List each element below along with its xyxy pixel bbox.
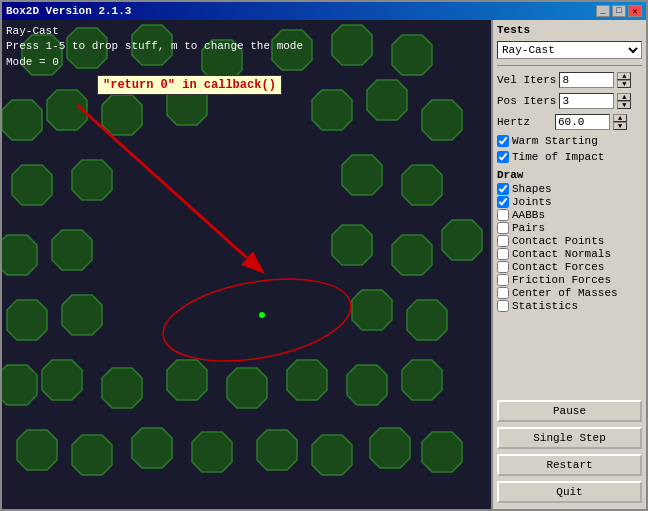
svg-marker-33 [287, 360, 327, 400]
svg-marker-25 [62, 295, 102, 335]
time-of-impact-row: Time of Impact [497, 151, 642, 163]
svg-marker-26 [352, 290, 392, 330]
canvas-area[interactable]: Ray-Cast Press 1-5 to drop stuff, m to c… [2, 20, 491, 509]
title-bar-buttons: _ □ ✕ [596, 5, 642, 17]
draw-checkbox-row: Contact Forces [497, 261, 642, 273]
vel-iters-input[interactable] [559, 72, 614, 88]
svg-marker-24 [7, 300, 47, 340]
svg-marker-17 [342, 155, 382, 195]
pos-iters-up[interactable]: ▲ [617, 93, 631, 101]
svg-marker-36 [17, 430, 57, 470]
warm-starting-row: Warm Starting [497, 135, 642, 147]
single-step-button[interactable]: Single Step [497, 427, 642, 449]
svg-marker-34 [347, 365, 387, 405]
draw-label-friction-forces: Friction Forces [512, 274, 611, 286]
svg-marker-21 [332, 225, 372, 265]
vel-iters-up[interactable]: ▲ [617, 72, 631, 80]
svg-marker-10 [102, 95, 142, 135]
svg-marker-35 [402, 360, 442, 400]
warm-starting-label: Warm Starting [512, 135, 598, 147]
svg-marker-13 [367, 80, 407, 120]
close-button[interactable]: ✕ [628, 5, 642, 17]
draw-checkboxes: ShapesJointsAABBsPairsContact PointsCont… [497, 183, 642, 312]
svg-marker-12 [312, 90, 352, 130]
hertz-input[interactable] [555, 114, 610, 130]
svg-marker-30 [102, 368, 142, 408]
vel-iters-spinner: ▲ ▼ [617, 72, 631, 88]
app-window: Box2D Version 2.1.3 _ □ ✕ [0, 0, 648, 511]
svg-marker-22 [392, 235, 432, 275]
draw-label-pairs: Pairs [512, 222, 545, 234]
svg-marker-41 [312, 435, 352, 475]
callback-annotation: "return 0" in callback() [97, 75, 282, 95]
draw-label-contact-forces: Contact Forces [512, 261, 604, 273]
quit-button[interactable]: Quit [497, 481, 642, 503]
svg-marker-14 [422, 100, 462, 140]
draw-checkbox-aabbs[interactable] [497, 209, 509, 221]
title-bar: Box2D Version 2.1.3 _ □ ✕ [2, 2, 646, 20]
draw-checkbox-center-of-masses[interactable] [497, 287, 509, 299]
vel-iters-row: Vel Iters ▲ ▼ [497, 72, 642, 88]
hertz-up[interactable]: ▲ [613, 114, 627, 122]
pos-iters-label: Pos Iters [497, 95, 556, 107]
draw-label-contact-points: Contact Points [512, 235, 604, 247]
hud-line3: Mode = 0 [6, 55, 303, 70]
draw-label-shapes: Shapes [512, 183, 552, 195]
svg-marker-37 [72, 435, 112, 475]
draw-checkbox-pairs[interactable] [497, 222, 509, 234]
restart-button[interactable]: Restart [497, 454, 642, 476]
hud-line2: Press 1-5 to drop stuff, m to change the… [6, 39, 303, 54]
svg-marker-20 [52, 230, 92, 270]
draw-checkbox-contact-points[interactable] [497, 235, 509, 247]
draw-checkbox-statistics[interactable] [497, 300, 509, 312]
draw-checkbox-row: Friction Forces [497, 274, 642, 286]
svg-marker-28 [2, 365, 37, 405]
draw-section-label: Draw [497, 169, 642, 181]
svg-marker-38 [132, 428, 172, 468]
main-content: Ray-Cast Press 1-5 to drop stuff, m to c… [2, 20, 646, 509]
svg-marker-15 [12, 165, 52, 205]
draw-checkbox-row: Contact Points [497, 235, 642, 247]
draw-checkbox-row: AABBs [497, 209, 642, 221]
time-of-impact-checkbox[interactable] [497, 151, 509, 163]
pos-iters-spinner: ▲ ▼ [617, 93, 631, 109]
svg-marker-39 [192, 432, 232, 472]
draw-checkbox-contact-forces[interactable] [497, 261, 509, 273]
maximize-button[interactable]: □ [612, 5, 626, 17]
window-title: Box2D Version 2.1.3 [6, 5, 131, 17]
pos-iters-down[interactable]: ▼ [617, 101, 631, 109]
svg-marker-6 [332, 25, 372, 65]
svg-marker-31 [167, 360, 207, 400]
pos-iters-row: Pos Iters ▲ ▼ [497, 93, 642, 109]
draw-checkbox-joints[interactable] [497, 196, 509, 208]
pos-iters-input[interactable] [559, 93, 614, 109]
svg-marker-23 [442, 220, 482, 260]
vel-iters-down[interactable]: ▼ [617, 80, 631, 88]
svg-marker-16 [72, 160, 112, 200]
draw-checkbox-row: Joints [497, 196, 642, 208]
draw-label-center-of-masses: Center of Masses [512, 287, 618, 299]
draw-label-joints: Joints [512, 196, 552, 208]
warm-starting-checkbox[interactable] [497, 135, 509, 147]
draw-label-contact-normals: Contact Normals [512, 248, 611, 260]
hertz-down[interactable]: ▼ [613, 122, 627, 130]
draw-checkbox-shapes[interactable] [497, 183, 509, 195]
draw-checkbox-friction-forces[interactable] [497, 274, 509, 286]
vel-iters-label: Vel Iters [497, 74, 556, 86]
svg-marker-40 [257, 430, 297, 470]
svg-marker-42 [370, 428, 410, 468]
tests-section-label: Tests [497, 24, 642, 36]
draw-checkbox-row: Pairs [497, 222, 642, 234]
hertz-label: Hertz [497, 116, 552, 128]
draw-section: Draw ShapesJointsAABBsPairsContact Point… [497, 169, 642, 313]
draw-label-statistics: Statistics [512, 300, 578, 312]
svg-marker-18 [402, 165, 442, 205]
draw-checkbox-contact-normals[interactable] [497, 248, 509, 260]
minimize-button[interactable]: _ [596, 5, 610, 17]
hud-overlay: Ray-Cast Press 1-5 to drop stuff, m to c… [6, 24, 303, 70]
hud-line1: Ray-Cast [6, 24, 303, 39]
tests-dropdown[interactable]: Ray-Cast [497, 41, 642, 59]
svg-marker-27 [407, 300, 447, 340]
pause-button[interactable]: Pause [497, 400, 642, 422]
svg-marker-29 [42, 360, 82, 400]
